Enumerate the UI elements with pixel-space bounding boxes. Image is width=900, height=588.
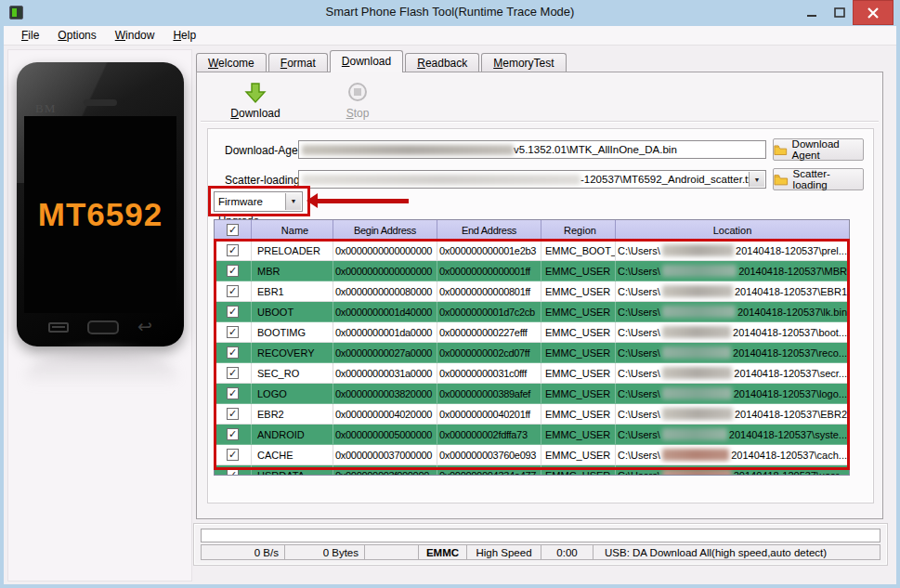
location: C:\Users\20140418-120537\user... [616, 465, 849, 476]
menu-help[interactable]: Help [164, 27, 204, 44]
window-title: Smart Phone Flash Tool(Runtime Trace Mod… [0, 5, 900, 19]
menubar: File Options Window Help [4, 26, 896, 46]
partition-name: UBOOT [252, 302, 333, 321]
location: C:\Users\20140418-120537\EBR2 [616, 404, 849, 424]
redacted-path-blur [662, 306, 736, 318]
phone-nav-buttons: ↩ [17, 315, 184, 339]
table-row[interactable]: ✓BOOTIMG0x0000000001da00000x000000000227… [215, 322, 849, 343]
scatter-file-combobox[interactable]: -120537\MT6592_Android_scatter.txt ▼ [298, 170, 766, 189]
begin-address: 0x00000000031a0000 [333, 363, 437, 383]
minimize-icon [807, 7, 817, 18]
chevron-down-icon[interactable]: ▼ [285, 193, 301, 210]
phone-earpiece [84, 99, 117, 106]
end-address: 0x000000002fdffa73 [437, 425, 541, 444]
table-row[interactable]: ✓RECOVERY0x00000000027a00000x0000000002c… [215, 343, 849, 363]
status-usb-info: USB: DA Download All(high speed,auto det… [593, 545, 880, 559]
select-all-checkbox[interactable]: ✓ [215, 220, 252, 240]
header-name: Name [252, 220, 333, 240]
row-checkbox[interactable]: ✓ [215, 343, 252, 362]
row-checkbox[interactable]: ✓ [215, 465, 252, 476]
begin-address: 0x0000000005000000 [333, 425, 437, 444]
region: EMMC_USER [541, 445, 616, 464]
location: C:\Users\20140418-120537\cach... [616, 445, 849, 464]
tab-download[interactable]: Download [330, 50, 403, 72]
status-group: 0 B/s 0 Bytes EMMC High Speed 0:00 USB: … [193, 523, 888, 566]
end-address: 0x00000000040201ff [437, 404, 541, 424]
minimize-button[interactable] [801, 0, 823, 25]
region: EMMC_USER [541, 343, 616, 362]
close-icon [867, 7, 879, 19]
download-mode-combobox[interactable]: Firmware Upgrade ▼ [214, 191, 303, 212]
row-checkbox[interactable]: ✓ [215, 445, 252, 464]
checkbox-check-icon: ✓ [227, 326, 239, 338]
row-checkbox[interactable]: ✓ [215, 404, 252, 424]
stop-button-label: Stop [346, 107, 370, 120]
tab-readback[interactable]: Readback [405, 53, 479, 72]
table-row[interactable]: ✓UBOOT0x0000000001d400000x0000000001d7c2… [215, 302, 849, 322]
begin-address: 0x0000000000080000 [333, 281, 437, 301]
phone-menu-icon [48, 322, 69, 333]
table-row[interactable]: ✓EBR20x00000000040200000x00000000040201f… [215, 404, 849, 425]
partition-name: SEC_RO [252, 363, 333, 383]
location: C:\Users\20140418-120537\reco... [616, 343, 849, 362]
table-row[interactable]: ✓CACHE0x00000000370000000x000000003760e0… [215, 445, 849, 465]
table-row[interactable]: ✓ANDROID0x00000000050000000x000000002fdf… [215, 425, 849, 445]
row-checkbox[interactable]: ✓ [215, 302, 252, 321]
table-row[interactable]: ✓EBR10x00000000000800000x00000000000801f… [215, 281, 849, 302]
header-end-address: End Address [437, 220, 541, 240]
stop-icon [325, 82, 390, 104]
row-checkbox[interactable]: ✓ [215, 322, 252, 342]
region: EMMC_BOOT_1 [541, 241, 616, 260]
partition-table[interactable]: ✓ Name Begin Address End Address Region … [214, 219, 850, 476]
folder-icon [774, 174, 789, 186]
annotation-red-arrow-icon [318, 199, 409, 203]
tab-format[interactable]: Format [268, 53, 328, 72]
folder-icon [774, 144, 788, 156]
region: EMMC_USER [541, 404, 616, 424]
maximize-button[interactable] [828, 0, 851, 25]
checkbox-check-icon: ✓ [227, 449, 239, 461]
row-checkbox[interactable]: ✓ [215, 281, 252, 301]
download-agent-browse-button[interactable]: Download Agent [773, 138, 864, 161]
row-checkbox[interactable]: ✓ [215, 363, 252, 383]
header-begin-address: Begin Address [333, 220, 437, 240]
checkbox-check-icon: ✓ [227, 244, 239, 256]
tab-memorytest[interactable]: MemoryTest [481, 53, 566, 72]
end-address: 0x000000000389afef [437, 384, 541, 403]
partition-name: LOGO [252, 384, 333, 403]
maximize-icon [834, 7, 845, 18]
row-checkbox[interactable]: ✓ [215, 241, 252, 260]
phone-screen: MT6592 [24, 116, 176, 313]
row-checkbox[interactable]: ✓ [215, 261, 252, 281]
tab-welcome[interactable]: Welcome [196, 53, 267, 72]
location: C:\Users\20140418-120537\logo... [616, 384, 849, 403]
redacted-path-blur [662, 387, 732, 399]
partition-name: CACHE [252, 445, 333, 464]
stop-button[interactable]: Stop [325, 82, 390, 120]
header-region: Region [541, 220, 616, 240]
location: C:\Users\20140418-120537\secr... [616, 363, 849, 383]
table-row[interactable]: ✓SEC_RO0x00000000031a00000x00000000031c0… [215, 363, 849, 384]
chevron-down-icon[interactable]: ▼ [749, 172, 764, 187]
end-address: 0x000000003760e093 [437, 445, 541, 464]
table-row[interactable]: ✓USRDATA0x000000003f0000000x000000004334… [215, 465, 849, 476]
download-agent-field[interactable]: v5.1352.01\MTK_AllInOne_DA.bin [298, 140, 766, 159]
begin-address: 0x000000003f000000 [333, 465, 437, 476]
region: EMMC_USER [541, 425, 616, 444]
menu-options[interactable]: Options [49, 27, 104, 44]
download-button[interactable]: Download [223, 82, 288, 120]
menu-file[interactable]: File [13, 27, 47, 44]
scatter-loading-browse-button[interactable]: Scatter-loading [773, 168, 864, 190]
checkbox-check-icon: ✓ [227, 367, 239, 379]
table-row[interactable]: ✓PRELOADER0x00000000000000000x0000000000… [215, 241, 849, 261]
table-row[interactable]: ✓LOGO0x00000000038200000x000000000389afe… [215, 384, 849, 404]
progress-bar [201, 529, 880, 542]
row-checkbox[interactable]: ✓ [215, 384, 252, 403]
menu-window[interactable]: Window [107, 27, 163, 44]
status-bytes: 0 Bytes [285, 545, 365, 559]
partition-name: MBR [252, 261, 333, 281]
row-checkbox[interactable]: ✓ [215, 425, 252, 444]
scatter-file-value: -120537\MT6592_Android_scatter.txt [580, 174, 756, 185]
table-row[interactable]: ✓MBR0x00000000000000000x00000000000001ff… [215, 261, 849, 281]
close-button[interactable] [853, 0, 893, 25]
